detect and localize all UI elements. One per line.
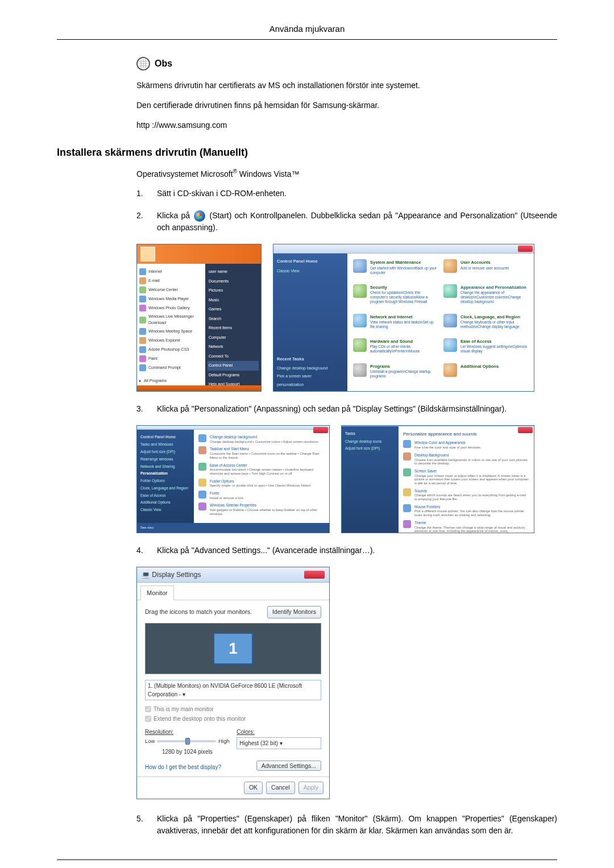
- cp-c3s: Change the appearance of desktop\nCustom…: [460, 290, 528, 304]
- check-extend: Extend the desktop onto this monitor: [145, 715, 321, 723]
- smr-search: Search: [208, 314, 259, 324]
- main-checkbox[interactable]: [145, 706, 151, 712]
- pl-6: Clock, Language and Region: [140, 484, 190, 492]
- user-picture: [140, 247, 155, 261]
- apply-button[interactable]: Apply: [298, 782, 323, 794]
- cp-c5: Clock, Language, and Region: [460, 314, 528, 320]
- close-icon: [518, 427, 533, 433]
- prm-3s: Change which sounds are heard when you d…: [414, 493, 529, 501]
- sm-messenger: Windows Live Messenger Download: [148, 314, 203, 326]
- plm-3s: Specify single- or double-click to open …: [210, 484, 311, 488]
- ok-button[interactable]: OK: [244, 782, 263, 794]
- cp-r3: personalization: [277, 381, 328, 389]
- cp-c7s: Let Windows suggest settings\nOptimize v…: [460, 344, 528, 354]
- plm-4: Fonts: [210, 491, 243, 496]
- pers-right-side: Tasks Change desktop icons Adjust font s…: [342, 426, 399, 533]
- smr-controlpanel: Control Panel: [208, 361, 259, 371]
- resolution-label: Resolution:: [145, 728, 230, 736]
- extend-checkbox[interactable]: [145, 716, 151, 722]
- colors-select[interactable]: Highest (32 bit) ▾: [237, 737, 321, 749]
- step-2: Klicka på (Start) och Kontrollpanelen. D…: [136, 210, 557, 234]
- identify-monitors-button[interactable]: Identify Monitors: [267, 606, 321, 618]
- sm-gallery: Windows Photo Gallery: [148, 305, 190, 312]
- pl-0: Tasks and Windows: [140, 441, 190, 448]
- smr-docs: Documents: [208, 277, 259, 286]
- cp-sidebar: Control Panel Home Classic View Recent T…: [273, 254, 347, 391]
- close-icon: [304, 571, 325, 579]
- page-header: Använda mjukvaran: [57, 23, 557, 40]
- step2-pre: Klicka på: [157, 211, 193, 220]
- sm-wmp: Windows Media Player: [148, 296, 189, 302]
- smr-user: user name: [208, 267, 259, 277]
- step-1: Sätt i CD-skivan i CD-ROM-enheten.: [136, 188, 557, 200]
- monitor-select[interactable]: 1. (Multiple Monitors) on NVIDIA GeForce…: [145, 680, 321, 700]
- plm-3: Folder Options: [210, 479, 311, 484]
- smr-network: Network: [208, 342, 259, 352]
- smr-recent: Recent Items: [208, 323, 259, 333]
- sm-allprograms: All Programs: [144, 378, 167, 384]
- prm-0: Window Color and Appearance: [414, 440, 482, 446]
- prm-1: Desktop Background: [414, 452, 529, 458]
- start-right-column: user name Documents Pictures Music Games…: [205, 264, 261, 385]
- res-high: High: [218, 737, 230, 745]
- resolution-slider[interactable]: [157, 740, 216, 742]
- pl-seealso: See also: [140, 526, 154, 529]
- cp-categories: System and MaintenanceGet started with W…: [347, 254, 534, 391]
- sm-meeting: Windows Meeting Space: [148, 329, 192, 335]
- prm-4s: Pick a different mouse pointer. You can …: [414, 509, 529, 517]
- os-line: Operativsystemet Microsoft® Windows Vist…: [136, 167, 557, 180]
- colors-label: Colors:: [237, 728, 321, 736]
- ds-tab-monitor[interactable]: Monitor: [140, 585, 174, 600]
- res-low: Low: [145, 737, 155, 745]
- plm-1s: Customize the Start menu • Customize ico…: [210, 452, 325, 459]
- pl-5: Folder Options: [140, 477, 190, 485]
- step-5: Klicka på "Properties" (Egenskaper) på f…: [136, 813, 557, 837]
- plm-2: Ease of Access Center: [210, 463, 325, 468]
- ds-monitor-preview: 1: [145, 623, 321, 674]
- pl-8: Additional Options: [140, 499, 190, 506]
- step-4: Klicka på "Advanced Settings..." (Avance…: [136, 545, 557, 556]
- screenshot-start-menu: Internet E-mail Welcome Center Windows M…: [136, 244, 262, 392]
- cp-c8: Programs: [370, 363, 438, 369]
- start-user-banner: [137, 244, 261, 264]
- smr-games: Games: [208, 305, 259, 314]
- pl-3: Network and Sharing: [140, 463, 190, 470]
- cp-c3: Appearance and Personalization: [460, 284, 528, 290]
- help-link[interactable]: How do I get the best display?: [145, 763, 221, 771]
- note-heading: Obs: [136, 57, 557, 70]
- screenshot-control-panel: Control Panel Home Classic View Recent T…: [273, 244, 534, 392]
- pl-2: Rearrange windows: [140, 455, 190, 463]
- cp-c6s: Play CDs or other media automatically\nP…: [370, 344, 438, 354]
- prm-1s: Choose from available backgrounds or col…: [414, 458, 529, 466]
- smr-default: Default Programs: [208, 371, 259, 380]
- pers-left-side: Control Panel Home Tasks and Windows Adj…: [137, 430, 194, 523]
- sm-paint: Paint: [148, 356, 157, 362]
- prm-5: Theme: [414, 520, 529, 526]
- start-orb-icon: [194, 210, 205, 222]
- cp-r1: Change desktop background: [277, 364, 328, 373]
- cp-c2s: Check for updates\nCheck this computer's…: [370, 290, 438, 304]
- advanced-settings-button[interactable]: Advanced Settings...: [256, 761, 321, 771]
- note-label: Obs: [155, 57, 172, 70]
- plm-2s: Accommodate low vision • Change screen r…: [210, 468, 325, 475]
- cp-recent-h: Recent Tasks: [277, 356, 328, 362]
- cp-home: Control Panel Home: [277, 258, 344, 264]
- close-icon: [313, 427, 328, 433]
- monitor-1-icon[interactable]: 1: [213, 633, 253, 665]
- note-line-1: Skärmens drivrutin har certifierats av M…: [136, 80, 557, 92]
- cp-c4s: View network status and tasks\nSet up fi…: [370, 320, 438, 329]
- cancel-button[interactable]: Cancel: [266, 782, 295, 794]
- reg-symbol: ®: [233, 168, 237, 175]
- sm-cmd: Command Prompt: [148, 365, 181, 371]
- pl-7: Ease of Access: [140, 492, 190, 499]
- screenshot-appearance-panel: Control Panel Home Tasks and Windows Adj…: [136, 425, 330, 533]
- start-left-column: Internet E-mail Welcome Center Windows M…: [137, 264, 205, 385]
- plm-5s: Add gadgets to Sidebar • Choose whether …: [210, 508, 325, 516]
- pers-right-main: Personalize appearance and sounds Window…: [399, 426, 534, 533]
- cp-c0s: Get started with Windows\nBack up your c…: [370, 266, 438, 275]
- pr-0: Change desktop icons: [345, 438, 395, 445]
- cp-c0: System and Maintenance: [370, 259, 438, 265]
- prm-2: Screen Saver: [414, 468, 529, 474]
- cp-c7: Ease of Access: [460, 338, 528, 344]
- os-suffix: Windows Vista™: [237, 169, 299, 178]
